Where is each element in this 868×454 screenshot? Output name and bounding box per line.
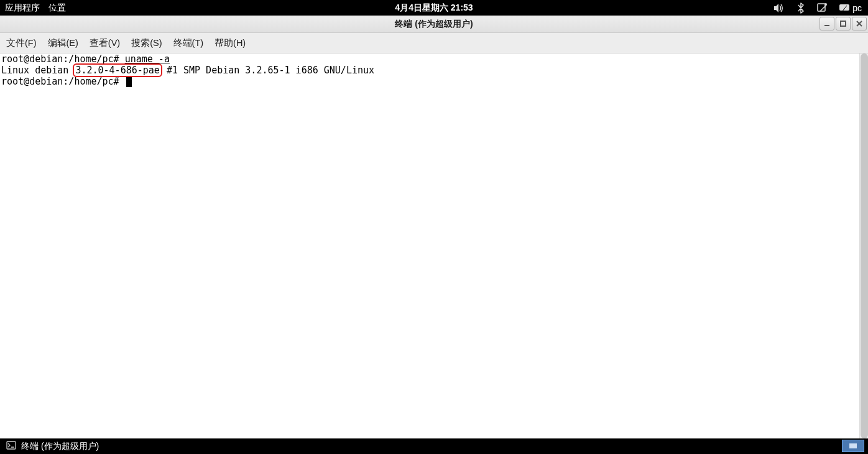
terminal-cursor [126, 77, 132, 87]
menu-terminal[interactable]: 终端(T) [173, 37, 204, 49]
bottom-panel: 终端 (作为超级用户) [0, 438, 868, 454]
svg-point-1 [824, 3, 827, 6]
maximize-button[interactable] [836, 17, 851, 30]
menu-view[interactable]: 查看(V) [90, 37, 120, 49]
terminal-icon [6, 441, 16, 452]
top-panel: 应用程序 位置 4月4日星期六 21:53 pc [0, 0, 868, 16]
output-text: #1 SMP Debian 3.2.65-1 i686 GNU/Linux [161, 65, 374, 76]
taskbar-item-terminal[interactable]: 终端 (作为超级用户) [6, 441, 99, 452]
menubar: 文件(F) 编辑(E) 查看(V) 搜索(S) 终端(T) 帮助(H) [0, 33, 868, 53]
menu-search[interactable]: 搜索(S) [131, 37, 162, 49]
kernel-version-highlight: 3.2.0-4-686-pae [73, 63, 162, 77]
svg-rect-2 [839, 4, 849, 11]
svg-rect-7 [7, 442, 16, 449]
menu-help[interactable]: 帮助(H) [215, 37, 246, 49]
user-label: pc [852, 3, 862, 13]
taskbar-item-label: 终端 (作为超级用户) [21, 441, 99, 452]
scrollbar[interactable] [859, 53, 868, 438]
window-title: 终端 (作为超级用户) [395, 19, 473, 30]
close-button[interactable] [852, 17, 867, 30]
menu-edit[interactable]: 编辑(E) [48, 37, 78, 49]
terminal-output[interactable]: root@debian:/home/pc# uname -a Linux deb… [0, 53, 868, 438]
bluetooth-icon[interactable] [796, 2, 805, 14]
scrollbar-thumb[interactable] [861, 53, 868, 438]
window-titlebar[interactable]: 终端 (作为超级用户) [0, 16, 868, 33]
output-text: Linux debian [1, 65, 74, 76]
applications-menu[interactable]: 应用程序 [5, 2, 40, 14]
user-menu[interactable]: pc [839, 3, 862, 13]
svg-rect-4 [841, 21, 846, 26]
network-icon[interactable] [816, 2, 828, 14]
places-menu[interactable]: 位置 [48, 2, 66, 14]
prompt: root@debian:/home/pc# [1, 76, 125, 87]
svg-rect-8 [849, 443, 857, 448]
volume-icon[interactable] [773, 3, 785, 13]
minimize-button[interactable] [820, 17, 834, 30]
clock[interactable]: 4月4日星期六 21:53 [395, 2, 473, 12]
menu-file[interactable]: 文件(F) [6, 37, 37, 49]
workspace-switcher[interactable] [842, 440, 864, 452]
